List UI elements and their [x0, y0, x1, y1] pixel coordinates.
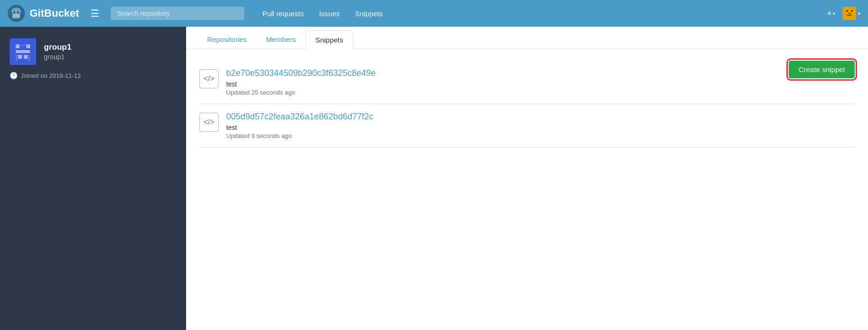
- group-avatar-icon: [13, 42, 32, 61]
- main-layout: group1 group1 🕐 Joined on 2018-11-12 Rep…: [0, 27, 868, 330]
- nav-issues[interactable]: Issues: [313, 7, 346, 21]
- snippet-description: test: [226, 124, 373, 131]
- sidebar-groupname: group1: [44, 53, 72, 61]
- brand-name: GitBucket: [30, 7, 79, 20]
- list-item: </> b2e70e530344509b290c3f6325c8e49e tes…: [199, 61, 855, 104]
- svg-rect-15: [18, 55, 22, 59]
- avatar-caret-icon: ▾: [858, 11, 860, 16]
- nav-actions: + ▾ ▾: [823, 7, 860, 21]
- search-input[interactable]: [111, 7, 244, 20]
- nav-snippets[interactable]: Snippets: [348, 7, 389, 21]
- svg-rect-2: [12, 14, 20, 18]
- snippet-code-icon: </>: [199, 69, 219, 88]
- list-item: </> 005d9d57c2feaa326a1e862bd6d77f2c tes…: [199, 104, 855, 148]
- snippet-code-icon: </>: [199, 113, 219, 132]
- svg-rect-9: [847, 15, 852, 16]
- snippet-updated: Updated 9 seconds ago: [226, 132, 373, 139]
- svg-rect-16: [24, 55, 28, 59]
- brand-icon: [8, 5, 25, 22]
- sidebar-avatar: [10, 38, 36, 65]
- nav-links: Pull requests Issues Snippets: [256, 7, 389, 21]
- svg-rect-6: [846, 10, 848, 12]
- svg-rect-13: [20, 44, 26, 46]
- sidebar-joined-text: Joined on 2018-11-12: [21, 72, 81, 79]
- user-avatar-button[interactable]: ▾: [843, 7, 860, 20]
- plus-caret-icon: ▾: [833, 11, 835, 16]
- svg-rect-11: [16, 44, 20, 48]
- plus-icon: +: [826, 9, 832, 19]
- create-snippet-button[interactable]: Create snippet: [789, 61, 855, 78]
- sidebar: group1 group1 🕐 Joined on 2018-11-12: [0, 27, 186, 330]
- snippets-area: Create snippet </> b2e70e530344509b290c3…: [186, 49, 868, 159]
- snippet-info: 005d9d57c2feaa326a1e862bd6d77f2c test Up…: [226, 112, 373, 139]
- snippet-info: b2e70e530344509b290c3f6325c8e49e test Up…: [226, 68, 376, 96]
- nav-pull-requests[interactable]: Pull requests: [256, 7, 311, 21]
- tab-repositories[interactable]: Repositories: [198, 31, 256, 49]
- navbar: GitBucket ☰ Pull requests Issues Snippet…: [0, 0, 868, 27]
- code-brackets-icon: </>: [203, 118, 214, 127]
- code-brackets-icon: </>: [203, 75, 214, 83]
- svg-rect-14: [16, 50, 30, 53]
- sidebar-user-section: group1 group1: [10, 38, 177, 65]
- svg-point-1: [11, 8, 21, 15]
- sidebar-joined: 🕐 Joined on 2018-11-12: [10, 72, 177, 79]
- sidebar-user-info: group1 group1: [44, 43, 72, 61]
- snippet-description: test: [226, 80, 376, 88]
- svg-rect-18: [28, 55, 30, 61]
- snippet-updated: Updated 25 seconds ago: [226, 89, 376, 96]
- tab-members[interactable]: Members: [256, 31, 305, 49]
- clock-icon: 🕐: [10, 72, 18, 79]
- snippet-link[interactable]: 005d9d57c2feaa326a1e862bd6d77f2c: [226, 112, 373, 121]
- snippet-link[interactable]: b2e70e530344509b290c3f6325c8e49e: [226, 68, 376, 78]
- sidebar-username: group1: [44, 43, 72, 52]
- svg-rect-12: [26, 44, 30, 48]
- tabs-bar: Repositories Members Snippets: [186, 27, 868, 49]
- avatar-icon: [845, 9, 854, 18]
- svg-point-4: [17, 11, 19, 13]
- hamburger-button[interactable]: ☰: [87, 6, 103, 21]
- svg-rect-17: [16, 55, 18, 61]
- tab-snippets[interactable]: Snippets: [305, 31, 353, 49]
- create-plus-button[interactable]: + ▾: [823, 7, 839, 21]
- svg-point-3: [13, 11, 15, 13]
- main-content: Repositories Members Snippets Create sni…: [186, 27, 868, 330]
- user-avatar: [843, 7, 856, 20]
- svg-rect-8: [848, 13, 851, 14]
- svg-rect-7: [851, 10, 853, 12]
- brand-link[interactable]: GitBucket: [8, 5, 79, 22]
